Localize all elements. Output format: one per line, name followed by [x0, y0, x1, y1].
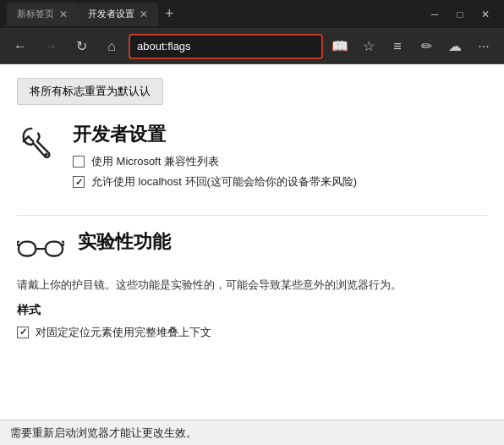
svg-point-2: [45, 153, 48, 157]
developer-section: 开发者设置 使用 Microsoft 兼容性列表 允许使用 localhost …: [17, 122, 487, 195]
checkbox-1[interactable]: [73, 156, 85, 168]
checkbox-row-3: 对固定定位元素使用完整堆叠上下文: [17, 325, 487, 340]
home-button[interactable]: ⌂: [98, 33, 125, 60]
status-text: 需要重新启动浏览器才能让更改生效。: [10, 426, 197, 441]
status-bar: 需要重新启动浏览器才能让更改生效。: [0, 420, 504, 445]
checkbox-row-1: 使用 Microsoft 兼容性列表: [73, 154, 357, 169]
nav-right-buttons: 📖 ☆ ≡ ✏ ☁ ···: [326, 33, 497, 60]
tab-inactive[interactable]: 新标签页 ✕: [7, 3, 78, 26]
checkbox-3[interactable]: [17, 327, 29, 338]
forward-button[interactable]: →: [37, 33, 64, 60]
nav-bar: ← → ↻ ⌂ about:flags 📖 ☆ ≡ ✏ ☁ ···: [0, 29, 504, 64]
checkbox-2-label: 允许使用 localhost 环回(这可能会给你的设备带来风险): [91, 174, 357, 190]
wrench-icon: [17, 125, 59, 166]
tab-active-label: 开发者设置: [88, 8, 134, 20]
tab-active-close[interactable]: ✕: [140, 8, 148, 20]
content-area: 将所有标志重置为默认认 开发者设置 使用 Microsoft 兼容性列表: [0, 64, 504, 420]
close-button[interactable]: ✕: [474, 3, 497, 26]
reading-view-button[interactable]: 📖: [326, 33, 353, 60]
developer-section-content: 开发者设置 使用 Microsoft 兼容性列表 允许使用 localhost …: [73, 122, 357, 195]
refresh-button[interactable]: ↻: [68, 33, 95, 60]
developer-section-title: 开发者设置: [73, 122, 357, 147]
checkbox-2[interactable]: [73, 176, 85, 188]
favorites-button[interactable]: ☆: [355, 33, 382, 60]
address-bar[interactable]: about:flags: [129, 34, 323, 59]
tabs-container: 新标签页 ✕ 开发者设置 ✕ +: [7, 3, 423, 26]
tab-inactive-label: 新标签页: [17, 8, 54, 20]
new-tab-button[interactable]: +: [158, 5, 181, 23]
goggles-icon: [17, 233, 64, 266]
tab-inactive-close[interactable]: ✕: [59, 8, 68, 20]
subsection-style-title: 样式: [17, 303, 487, 318]
reset-flags-button[interactable]: 将所有标志重置为默认认: [17, 78, 163, 105]
experimental-section-header: 实验性功能: [17, 229, 487, 266]
experimental-section-desc: 请戴上你的护目镜。这些功能是实验性的，可能会导致某些意外的浏览器行为。: [17, 277, 487, 294]
title-bar: 新标签页 ✕ 开发者设置 ✕ + ─ □ ✕: [0, 0, 504, 29]
more-button[interactable]: ···: [470, 33, 497, 60]
checkbox-row-2: 允许使用 localhost 环回(这可能会给你的设备带来风险): [73, 174, 357, 190]
back-button[interactable]: ←: [7, 33, 34, 60]
maximize-button[interactable]: □: [448, 3, 472, 26]
svg-line-1: [28, 136, 33, 141]
experimental-section-content: 实验性功能: [78, 229, 171, 261]
experimental-section-title: 实验性功能: [78, 229, 171, 255]
experimental-section: 实验性功能 请戴上你的护目镜。这些功能是实验性的，可能会导致某些意外的浏览器行为…: [17, 229, 487, 340]
window-controls: ─ □ ✕: [423, 3, 497, 26]
checkbox-1-label: 使用 Microsoft 兼容性列表: [91, 154, 219, 169]
minimize-button[interactable]: ─: [423, 3, 446, 26]
share-button[interactable]: ☁: [441, 33, 468, 60]
address-text: about:flags: [137, 40, 191, 52]
svg-rect-4: [46, 242, 63, 256]
hub-button[interactable]: ≡: [384, 33, 411, 60]
notes-button[interactable]: ✏: [413, 33, 440, 60]
checkbox-3-label: 对固定定位元素使用完整堆叠上下文: [36, 325, 211, 340]
svg-rect-3: [19, 242, 36, 256]
developer-section-header: 开发者设置 使用 Microsoft 兼容性列表 允许使用 localhost …: [17, 122, 487, 195]
tab-active[interactable]: 开发者设置 ✕: [78, 3, 158, 26]
section-divider: [17, 215, 487, 216]
